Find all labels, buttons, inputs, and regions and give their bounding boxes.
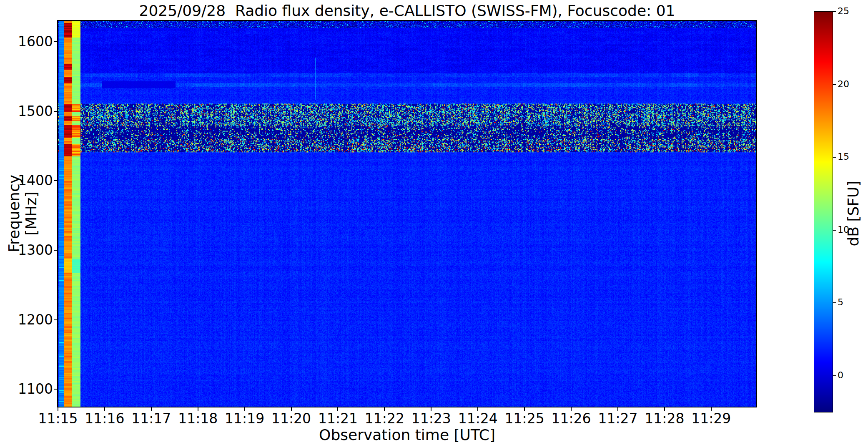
colorbar-tick-label: 25 — [838, 6, 867, 16]
colorbar-tick-mark — [833, 11, 836, 12]
colorbar-tick-label: 15 — [838, 151, 867, 162]
y-tick-label: 1500 — [7, 103, 53, 119]
colorbar-tick-mark — [833, 375, 836, 376]
y-tick-label: 1200 — [7, 312, 53, 328]
y-tick-label: 1600 — [7, 33, 53, 50]
colorbar-tick-label: 20 — [838, 79, 867, 89]
colorbar-tick-mark — [833, 84, 836, 85]
plot-area — [57, 20, 757, 407]
colorbar-canvas — [814, 12, 833, 412]
y-tick-label: 1100 — [7, 381, 53, 397]
colorbar-tick-mark — [833, 302, 836, 303]
x-tick-label: 11:29 — [682, 410, 740, 427]
y-tick-mark — [54, 111, 57, 112]
x-axis-label: Observation time [UTC] — [58, 426, 756, 443]
y-tick-mark — [54, 389, 57, 390]
spectrogram-canvas — [58, 21, 756, 407]
colorbar-label: dB [SFU] — [845, 180, 861, 247]
y-tick-mark — [54, 250, 57, 251]
colorbar-tick-mark — [833, 230, 836, 231]
colorbar-tick-label: 5 — [838, 297, 867, 307]
colorbar-tick-mark — [833, 157, 836, 158]
y-tick-mark — [54, 41, 57, 42]
colorbar-tick-label: 0 — [838, 370, 867, 380]
spectrogram-figure: 2025/09/28 Radio flux density, e-CALLIST… — [0, 0, 868, 445]
colorbar — [814, 11, 833, 412]
y-tick-mark — [54, 180, 57, 181]
figure-title: 2025/09/28 Radio flux density, e-CALLIST… — [58, 2, 756, 19]
y-tick-mark — [54, 319, 57, 320]
y-axis-label: Frequency [MHz] — [5, 151, 22, 276]
